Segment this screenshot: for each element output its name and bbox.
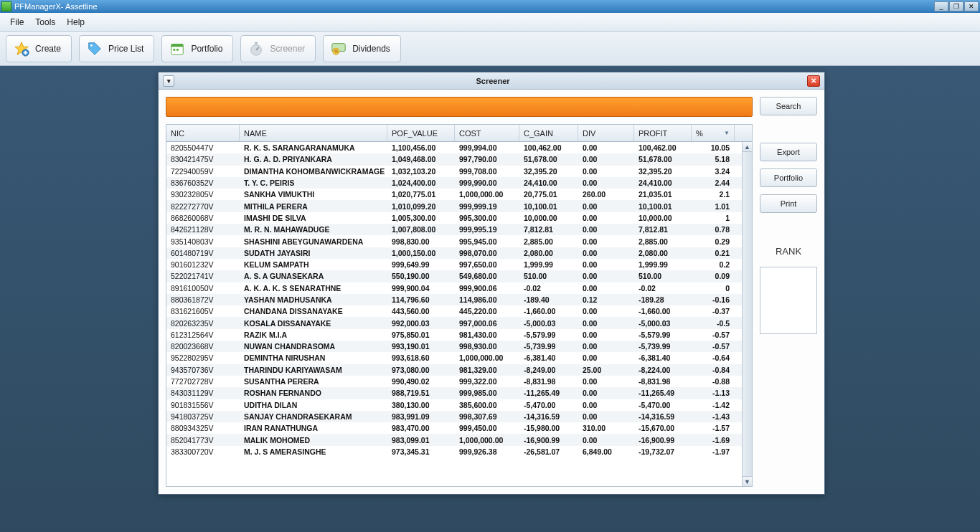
cell-div: 0.00 <box>578 153 634 165</box>
table-row[interactable]: 822272770VMITHILA PERERA1,010,099.20999,… <box>166 200 742 212</box>
table-row[interactable]: 820550447VR. K. S. SARANGARANAMUKA1,100,… <box>166 142 742 153</box>
table-row[interactable]: 842621128VM. R. N. MAHAWADUGE1,007,808.0… <box>166 224 742 235</box>
cell-nic: 843031129V <box>166 387 240 399</box>
cell-pof: 973,345.31 <box>387 446 455 457</box>
pricelist-label: Price List <box>108 44 143 54</box>
cell-pct: -0.84 <box>692 364 735 376</box>
cell-cost: 999,995.19 <box>455 224 519 235</box>
cell-cgain: 2,080.00 <box>519 247 578 259</box>
cell-cost: 114,986.00 <box>455 294 519 305</box>
cell-name: YASHAN MADHUSANKA <box>240 294 387 305</box>
svg-rect-10 <box>255 42 258 44</box>
cell-div: 0.12 <box>578 294 634 305</box>
search-button[interactable]: Search <box>760 97 817 115</box>
table-row[interactable]: 831621605VCHANDANA DISSANAYAKE443,560.00… <box>166 305 742 317</box>
menu-file[interactable]: File <box>4 15 29 29</box>
vertical-scrollbar[interactable]: ▲ ▼ <box>742 142 752 486</box>
cell-pof: 443,560.00 <box>387 305 455 317</box>
table-row[interactable]: 612312564VRAZIK M.I.A975,850.01981,430.0… <box>166 329 742 341</box>
export-button[interactable]: Export <box>760 143 817 161</box>
table-row[interactable]: 522021741VA. S. A GUNASEKARA550,190.0054… <box>166 270 742 282</box>
scroll-track[interactable] <box>743 152 752 476</box>
cell-cgain: -0.02 <box>519 282 578 294</box>
table-row[interactable]: 843031129VROSHAN FERNANDO988,719.51999,9… <box>166 387 742 399</box>
table-row[interactable]: 935140803VSHASHINI ABEYGUNAWARDENA998,83… <box>166 235 742 247</box>
table-row[interactable]: 880934325VIRAN RANATHUNGA983,470.00999,4… <box>166 422 742 434</box>
dialog-dropdown-icon[interactable]: ▾ <box>163 75 174 87</box>
cell-pct: 0.29 <box>692 235 735 247</box>
cell-cost: 999,900.06 <box>455 282 519 294</box>
cell-cgain: -11,265.49 <box>519 387 578 399</box>
cell-cgain: -16,900.99 <box>519 434 578 445</box>
table-row[interactable]: 868260068VIMASHI DE SILVA1,005,300.00995… <box>166 212 742 224</box>
table-row[interactable]: 383300720VM. J. S AMERASINGHE973,345.319… <box>166 446 742 457</box>
table-row[interactable]: 891610050VA. K. A. K. S SENARATHNE999,90… <box>166 282 742 294</box>
search-input[interactable] <box>166 97 753 117</box>
cell-profit: 1,999.99 <box>634 259 692 270</box>
col-pct[interactable]: %▼ <box>692 125 735 141</box>
table-row[interactable]: 941803725VSANJAY CHANDRASEKARAM983,991.0… <box>166 411 742 422</box>
table-row[interactable]: 772702728VSUSANTHA PERERA990,490.02999,3… <box>166 376 742 387</box>
col-div[interactable]: DIV <box>578 125 634 141</box>
cell-pct: 0.09 <box>692 270 735 282</box>
col-profit[interactable]: PROFIT <box>634 125 692 141</box>
create-button[interactable]: Create <box>6 35 72 62</box>
col-name[interactable]: NAME <box>240 125 387 141</box>
table-row[interactable]: 880361872VYASHAN MADHUSANKA114,796.60114… <box>166 294 742 305</box>
cell-cost: 997,650.00 <box>455 259 519 270</box>
col-cgain[interactable]: C_GAIN <box>519 125 578 141</box>
print-button[interactable]: Print <box>760 194 817 213</box>
portfolio-button[interactable]: Portfolio <box>161 35 233 62</box>
cell-pof: 988,719.51 <box>387 387 455 399</box>
cell-div: 0.00 <box>578 142 634 153</box>
cell-cost: 981,430.00 <box>455 329 519 341</box>
screener-button[interactable]: Screener <box>240 35 316 62</box>
table-row[interactable]: 820023668VNUWAN CHANDRASOMA993,190.01998… <box>166 341 742 352</box>
table-row[interactable]: 930232805VSANKHA VIMUKTHI1,020,775.011,0… <box>166 189 742 200</box>
pricelist-button[interactable]: Price List <box>79 35 154 62</box>
cell-pct: 0.2 <box>692 259 735 270</box>
cell-cost: 1,000,000.00 <box>455 434 519 445</box>
table-row[interactable]: 820263235VKOSALA DISSANAYAKE992,000.0399… <box>166 317 742 328</box>
dividends-label: Dividends <box>352 44 390 54</box>
cell-cost: 995,945.00 <box>455 235 519 247</box>
cell-div: 0.00 <box>578 259 634 270</box>
cell-name: T. Y. C. PEIRIS <box>240 177 387 189</box>
scroll-down-icon[interactable]: ▼ <box>743 476 752 486</box>
cell-cgain: 7,812.81 <box>519 224 578 235</box>
cell-nic: 601480719V <box>166 247 240 259</box>
table-row[interactable]: 836760352VT. Y. C. PEIRIS1,024,400.00999… <box>166 177 742 189</box>
table-row[interactable]: 852041773VMALIK MOHOMED983,099.011,000,0… <box>166 434 742 445</box>
cell-pof: 992,000.03 <box>387 317 455 328</box>
table-row[interactable]: 830421475VH. G. A. D. PRIYANKARA1,049,46… <box>166 153 742 165</box>
cell-div: 0.00 <box>578 329 634 341</box>
scroll-up-icon[interactable]: ▲ <box>743 142 752 152</box>
minimize-button[interactable]: _ <box>934 1 948 11</box>
col-pof-value[interactable]: POF_VALUE <box>387 125 455 141</box>
cell-div: 0.00 <box>578 317 634 328</box>
cell-cgain: -1,660.00 <box>519 305 578 317</box>
cell-pof: 380,130.00 <box>387 399 455 411</box>
table-row[interactable]: 952280295VDEMINTHA NIRUSHAN993,618.601,0… <box>166 352 742 364</box>
menu-tools[interactable]: Tools <box>29 15 61 29</box>
table-row[interactable]: 722940059VDIMANTHA KOHOMBANWICKRAMAGE1,0… <box>166 166 742 177</box>
table-row[interactable]: 901831556VUDITHA DILAN380,130.00385,600.… <box>166 399 742 411</box>
cell-cost: 999,708.00 <box>455 166 519 177</box>
table-row[interactable]: 943570736VTHARINDU KARIYAWASAM973,080.00… <box>166 364 742 376</box>
cell-pct: -0.64 <box>692 352 735 364</box>
dialog-close-button[interactable]: ✕ <box>807 75 820 87</box>
cell-cgain: 24,410.00 <box>519 177 578 189</box>
table-row[interactable]: 601480719VSUDATH JAYASIRI1,000,150.00998… <box>166 247 742 259</box>
table-row[interactable]: 901601232VKELUM SAMPATH999,649.99997,650… <box>166 259 742 270</box>
stopwatch-icon <box>248 41 264 57</box>
col-cost[interactable]: COST <box>455 125 519 141</box>
col-nic[interactable]: NIC <box>166 125 240 141</box>
close-button[interactable]: ✕ <box>964 1 979 11</box>
cell-nic: 822272770V <box>166 200 240 212</box>
cell-name: MALIK MOHOMED <box>240 434 387 445</box>
portfolio-action-button[interactable]: Portfolio <box>760 168 817 187</box>
menu-help[interactable]: Help <box>61 15 90 29</box>
cell-div: 0.00 <box>578 305 634 317</box>
maximize-button[interactable]: ❐ <box>949 1 963 11</box>
dividends-button[interactable]: % Dividends <box>323 35 401 62</box>
